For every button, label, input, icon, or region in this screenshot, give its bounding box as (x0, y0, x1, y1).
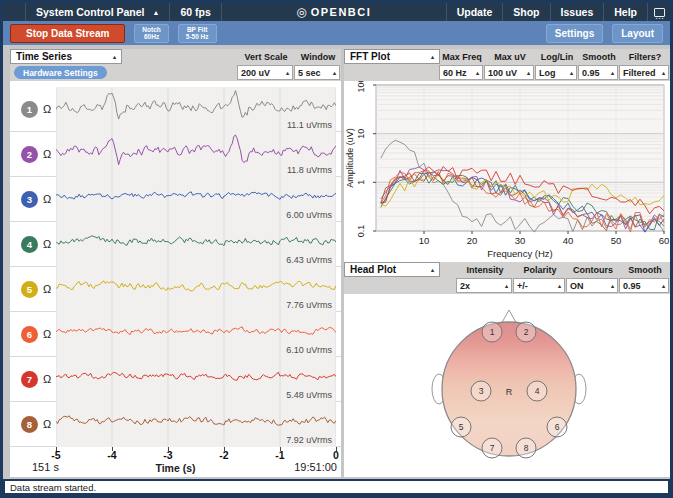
reference-label: R (506, 387, 513, 397)
system-control-panel-button[interactable]: System Control Panel ▲ (25, 3, 170, 21)
head-plot-widget-dropdown[interactable]: Head Plot▴ (344, 262, 440, 277)
dropdown-arrow-icon: ▴ (662, 282, 665, 289)
channel-row-3: 3Ω6.00 uVrms (10, 177, 341, 222)
collapse-arrow-icon: ▲ (153, 9, 160, 16)
channel-3-rms-value: 6.00 uVrms (286, 210, 332, 220)
vert-scale-dropdown[interactable]: 200 uV▴ (237, 65, 293, 80)
svg-text:60: 60 (659, 235, 670, 246)
smooth-dropdown[interactable]: 0.95▴ (578, 65, 618, 80)
intensity-dropdown[interactable]: 2x▴ (456, 278, 512, 293)
window-dropdown[interactable]: 5 sec▴ (294, 65, 340, 80)
menu-item-help[interactable]: Help (604, 3, 648, 21)
polarity-dropdown[interactable]: +/-▴ (513, 278, 565, 293)
contours-dropdown[interactable]: ON▴ (566, 278, 618, 293)
layout-button[interactable]: Layout (612, 24, 663, 43)
x-tick-label: -5 (43, 449, 69, 461)
max-freq-dropdown[interactable]: 60 Hz▴ (439, 65, 483, 80)
fft-plot-panel: FFT Plot▴ Max Freq Max uV Log/Lin Smooth… (344, 49, 670, 262)
time-series-subheader: Hardware Settings 200 uV▴ 5 sec▴ (10, 64, 341, 81)
menu-item-shop[interactable]: Shop (503, 3, 550, 21)
svg-text:10: 10 (356, 129, 366, 139)
dropdown-arrow-icon: ▴ (476, 69, 479, 76)
hardware-settings-button[interactable]: Hardware Settings (14, 66, 107, 79)
vert-scale-label: Vert Scale (238, 49, 294, 64)
impedance-button[interactable]: Ω (43, 283, 51, 295)
dropdown-arrow-icon: ▴ (431, 53, 434, 60)
status-message: Data stream started. (10, 482, 96, 493)
contours-label: Contours (567, 262, 619, 277)
openbci-logo: ◎ OPENBCI (222, 3, 447, 21)
fft-header: FFT Plot▴ Max Freq Max uV Log/Lin Smooth… (344, 49, 670, 64)
channel-4-toggle-button[interactable]: 4 (21, 236, 38, 253)
openbci-logo-text: OPENBCI (311, 6, 372, 18)
svg-text:Frequency (Hz): Frequency (Hz) (487, 248, 552, 259)
dropdown-arrow-icon: ▴ (558, 282, 561, 289)
menu-item-update[interactable]: Update (447, 3, 504, 21)
head-plot-header: Head Plot▴ Intensity Polarity Contours S… (344, 262, 670, 277)
dropdown-arrow-icon: ▴ (527, 69, 530, 76)
dropdown-arrow-icon: ▴ (662, 69, 665, 76)
console-window-button[interactable] (648, 3, 670, 21)
channel-row-8: 8Ω7.92 uVrms (10, 402, 341, 447)
fps-label: 60 fps (180, 6, 210, 18)
max-uv-label: Max uV (485, 49, 535, 64)
svg-text:2: 2 (524, 327, 529, 337)
channel-row-7: 7Ω5.48 uVrms (10, 357, 341, 402)
svg-text:40: 40 (563, 235, 574, 246)
dropdown-arrow-icon: ▴ (333, 69, 336, 76)
fft-subheader: 60 Hz▴ 100 uV▴ Log▴ 0.95▴ Filtered▴ (344, 64, 670, 81)
time-series-widget-dropdown[interactable]: Time Series▴ (10, 49, 122, 64)
dropdown-arrow-icon: ▴ (113, 53, 116, 60)
notch-filter-button[interactable]: Notch 60Hz (134, 24, 168, 43)
dropdown-arrow-icon: ▴ (611, 282, 614, 289)
channel-7-rms-value: 5.48 uVrms (286, 390, 332, 400)
impedance-button[interactable]: Ω (43, 373, 51, 385)
bandpass-filter-button[interactable]: BP Filt 5-50 Hz (178, 24, 217, 43)
settings-button[interactable]: Settings (546, 24, 603, 43)
channel-5-toggle-button[interactable]: 5 (21, 281, 38, 298)
svg-text:8: 8 (524, 443, 529, 453)
log-lin-dropdown[interactable]: Log▴ (535, 65, 577, 80)
dropdown-arrow-icon: ▴ (611, 69, 614, 76)
channel-row-5: 5Ω7.76 uVrms (10, 267, 341, 312)
smooth-dropdown[interactable]: 0.95▴ (619, 278, 669, 293)
impedance-button[interactable]: Ω (43, 238, 51, 250)
channel-5-rms-value: 7.76 uVrms (286, 300, 332, 310)
time-series-channel-rows: 1Ω11.1 uVrms2Ω11.8 uVrms3Ω6.00 uVrms4Ω6.… (10, 87, 341, 447)
polarity-label: Polarity (514, 262, 566, 277)
channel-7-toggle-button[interactable]: 7 (21, 371, 38, 388)
impedance-button[interactable]: Ω (43, 328, 51, 340)
max-uv-dropdown[interactable]: 100 uV▴ (484, 65, 534, 80)
time-axis-label: Time (s) (10, 462, 341, 474)
top-menu-bar: System Control Panel ▲ 60 fps ◎ OPENBCI … (3, 3, 670, 21)
svg-text:100: 100 (356, 81, 366, 93)
channel-3-toggle-button[interactable]: 3 (21, 191, 38, 208)
stream-toolbar: Stop Data Stream Notch 60Hz BP Filt 5-50… (3, 21, 670, 45)
channel-8-toggle-button[interactable]: 8 (21, 416, 38, 433)
svg-text:20: 20 (467, 235, 478, 246)
head-plot-panel: Head Plot▴ Intensity Polarity Contours S… (344, 262, 670, 477)
channel-6-toggle-button[interactable]: 6 (21, 326, 38, 343)
stop-data-stream-button[interactable]: Stop Data Stream (10, 24, 125, 43)
channel-2-toggle-button[interactable]: 2 (21, 146, 38, 163)
fft-widget-dropdown[interactable]: FFT Plot▴ (344, 49, 440, 64)
channel-row-2: 2Ω11.8 uVrms (10, 132, 341, 177)
channel-row-4: 4Ω6.43 uVrms (10, 222, 341, 267)
impedance-button[interactable]: Ω (43, 418, 51, 430)
channel-6-rms-value: 6.10 uVrms (286, 345, 332, 355)
menu-item-issues[interactable]: Issues (551, 3, 605, 21)
impedance-button[interactable]: Ω (43, 103, 51, 115)
system-control-panel-label: System Control Panel (36, 6, 145, 18)
right-panel: FFT Plot▴ Max Freq Max uV Log/Lin Smooth… (344, 49, 670, 477)
window-label: Window (295, 49, 341, 64)
max-freq-label: Max Freq (440, 49, 484, 64)
channel-1-rms-value: 11.1 uVrms (287, 120, 332, 130)
svg-text:Amplitude (uV): Amplitude (uV) (345, 128, 355, 188)
channel-1-toggle-button[interactable]: 1 (21, 101, 38, 118)
intensity-label: Intensity (457, 262, 513, 277)
impedance-button[interactable]: Ω (43, 193, 51, 205)
x-tick-label: -3 (155, 449, 181, 461)
filters-dropdown[interactable]: Filtered▴ (619, 65, 669, 80)
channel-row-6: 6Ω6.10 uVrms (10, 312, 341, 357)
impedance-button[interactable]: Ω (43, 148, 51, 160)
